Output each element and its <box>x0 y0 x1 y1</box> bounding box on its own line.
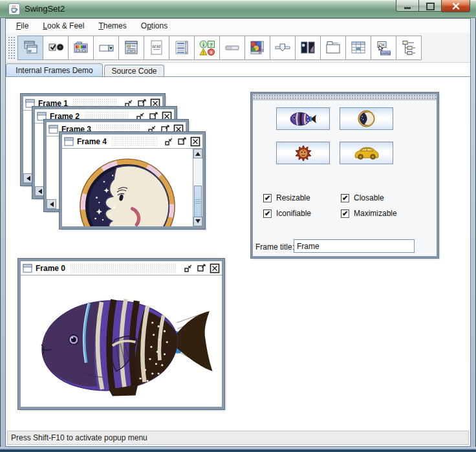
close-frame-icon <box>190 136 200 147</box>
car-frame-button[interactable] <box>340 142 393 164</box>
car-thumbnail-icon <box>353 145 380 161</box>
close-button[interactable] <box>442 0 470 12</box>
toolbar-button-table-demo[interactable] <box>345 36 371 60</box>
progress-bar-icon <box>223 39 241 57</box>
tabbed-pane-icon <box>324 39 342 57</box>
maximize-frame-button[interactable] <box>196 263 207 274</box>
palette-panel[interactable]: ✔ Resizable ✔ Closable ✔ Iconifiable ✔ M… <box>251 92 438 258</box>
menu-look-and-feel[interactable]: Look & Feel <box>38 19 89 32</box>
frame-title: Frame 0 <box>36 264 65 273</box>
window-titlebar[interactable]: SwingSet2 <box>0 0 476 18</box>
scrollbar-up-button[interactable] <box>193 149 202 158</box>
scrollbar-down-button[interactable] <box>193 217 202 226</box>
doll-frame-button[interactable] <box>276 142 330 164</box>
toolbar-button-scroll-pane-demo[interactable] <box>244 36 270 60</box>
tab-internal-frames-demo[interactable]: Internal Frames Demo <box>6 63 103 76</box>
scrollbar-thumb[interactable] <box>194 186 202 218</box>
checkbox-label: Maximizable <box>354 209 397 218</box>
svg-text:!: ! <box>202 50 204 54</box>
toolbar-button-option-pane-demo[interactable]: i ? ! x <box>194 36 220 60</box>
close-frame-button[interactable] <box>209 263 220 274</box>
html-demo-icon: text <box>147 39 166 57</box>
maximizable-checkbox[interactable]: ✔ Maximizable <box>341 209 397 218</box>
iconify-button[interactable] <box>164 136 175 147</box>
frame-titlebar[interactable]: Frame 4 <box>62 135 202 149</box>
arrow-left-icon <box>47 202 54 207</box>
tab-source-code[interactable]: Source Code <box>104 65 164 76</box>
toolbar-button-split-pane-demo[interactable] <box>295 36 321 60</box>
maximize-button[interactable] <box>419 0 442 12</box>
minimize-button[interactable] <box>396 0 419 12</box>
fish-frame-button[interactable] <box>276 107 330 130</box>
java-icon <box>8 3 20 15</box>
moon-image <box>78 157 177 226</box>
toolbar-drag-handle[interactable] <box>8 36 15 59</box>
frame-icon <box>49 125 58 134</box>
toolbar-button-file-chooser-demo[interactable] <box>118 36 144 60</box>
arrow-left-icon <box>36 189 42 194</box>
toolbar-button-tabbed-pane-demo[interactable] <box>320 36 346 60</box>
combo-box-icon <box>97 39 115 57</box>
internal-frame-4[interactable]: Frame 4 <box>60 132 205 229</box>
menu-themes[interactable]: Themes <box>93 19 131 32</box>
closable-checkbox[interactable]: ✔ Closable <box>341 193 384 202</box>
toolbar-button-button-demo[interactable] <box>43 36 69 60</box>
toolbar-button-internal-frame-demo[interactable] <box>17 36 43 60</box>
checkbox-box[interactable]: ✔ <box>341 194 349 202</box>
color-chooser-icon <box>72 39 90 57</box>
iconify-button[interactable] <box>183 263 194 274</box>
frame-content <box>62 149 202 226</box>
moon-frame-button[interactable] <box>340 107 393 130</box>
vertical-scrollbar[interactable] <box>193 149 202 226</box>
internal-frame-icon <box>21 39 39 57</box>
tool-tip-icon: OK tooltip <box>374 39 393 57</box>
checkbox-label: Closable <box>354 193 384 202</box>
checkbox-box[interactable]: ✔ <box>263 210 272 218</box>
frame-icon <box>23 264 32 273</box>
toolbar-button-combo-box-demo[interactable] <box>93 36 119 60</box>
iconifiable-checkbox[interactable]: ✔ Iconifiable <box>263 209 311 218</box>
table-demo-icon <box>349 39 367 57</box>
toolbar-button-progress-bar-demo[interactable] <box>219 36 245 60</box>
svg-text:?: ? <box>210 41 213 47</box>
checkbox-label: Resizable <box>276 193 310 202</box>
frame-title: Frame 4 <box>77 137 107 146</box>
menu-file[interactable]: File <box>11 19 34 32</box>
status-bar: Press Shift-F10 to activate popup menu <box>7 431 469 445</box>
fish-image <box>24 279 218 405</box>
tree-demo-icon <box>400 39 418 57</box>
internal-frame-0[interactable]: Frame 0 <box>18 259 224 409</box>
frame-titlebar[interactable]: Frame 0 <box>21 261 222 275</box>
scrollbar-left-button[interactable] <box>23 173 33 183</box>
toolbar-button-tool-tip-demo[interactable]: OK tooltip <box>371 36 396 60</box>
scrollbar-left-button[interactable] <box>35 186 45 196</box>
close-frame-button[interactable] <box>189 136 200 147</box>
tab-label: Source Code <box>111 67 157 76</box>
scrollbar-left-button[interactable] <box>47 199 56 209</box>
button-demo-icon <box>47 39 65 57</box>
resizable-checkbox[interactable]: ✔ Resizable <box>263 193 310 202</box>
split-pane-icon <box>299 39 317 57</box>
checkbox-box[interactable]: ✔ <box>341 210 349 218</box>
checkbox-box[interactable]: ✔ <box>263 194 272 202</box>
toolbar-button-html-demo[interactable]: text <box>144 36 169 60</box>
iconify-icon <box>184 263 193 273</box>
maximize-frame-icon <box>197 263 206 273</box>
slider-icon <box>274 39 292 57</box>
check-icon: ✔ <box>265 195 270 202</box>
desktop-pane: Frame 1 Frame 2 <box>6 76 470 431</box>
menu-options[interactable]: Options <box>136 19 173 32</box>
toolbar-button-list-demo[interactable] <box>169 36 195 60</box>
close-frame-icon <box>210 263 220 274</box>
toolbar-button-color-chooser-demo[interactable] <box>68 36 94 60</box>
menu-bar: File Look & Feel Themes Options <box>6 19 470 33</box>
frame-title-input[interactable] <box>294 239 415 253</box>
toolbar: text i ? <box>6 33 470 63</box>
toolbar-button-tree-demo[interactable] <box>396 36 422 60</box>
palette-titlebar[interactable] <box>253 94 437 100</box>
frame-content <box>21 275 222 407</box>
window-title: SwingSet2 <box>25 4 65 14</box>
toolbar-button-slider-demo[interactable] <box>270 36 296 60</box>
maximize-frame-button[interactable] <box>177 136 188 147</box>
titlebar-texture <box>70 263 177 273</box>
